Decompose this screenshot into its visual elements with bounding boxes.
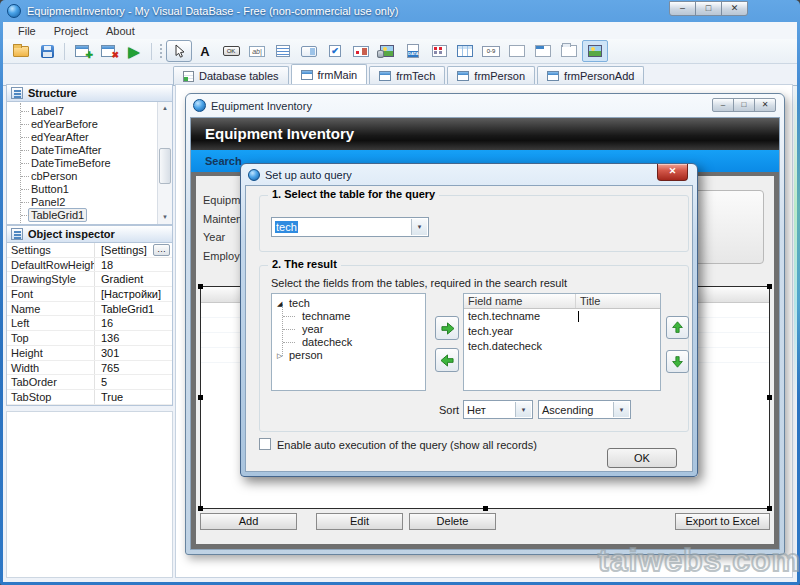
property-row[interactable]: Font[Настройки] [7, 287, 172, 302]
property-row[interactable]: DrawingStyleGradient [7, 272, 172, 287]
panel-tool-button[interactable] [504, 40, 530, 62]
db-image-tool-button[interactable] [374, 40, 400, 62]
settings-ellipsis-button[interactable]: … [153, 244, 170, 256]
property-row[interactable]: Settings [Settings] … [7, 243, 172, 258]
move-left-button[interactable] [435, 348, 459, 372]
move-right-button[interactable] [435, 316, 459, 340]
form-close-button[interactable]: ✕ [754, 98, 776, 112]
page-control-tool-button[interactable] [556, 40, 582, 62]
menu-item-project[interactable]: Project [45, 25, 97, 37]
selection-handle[interactable] [767, 284, 772, 289]
move-down-button[interactable] [666, 350, 689, 373]
form-tab-icon [547, 71, 559, 81]
property-row[interactable]: TabOrder5 [7, 375, 172, 390]
tree-item[interactable]: Button1 [7, 183, 172, 196]
tree-node-datecheck[interactable]: datecheck [272, 336, 425, 349]
title-cell[interactable] [576, 324, 660, 339]
tree-item[interactable]: DateTimeBefore [7, 157, 172, 170]
chevron-down-icon[interactable]: ▾ [515, 402, 531, 417]
menu-item-about[interactable]: About [97, 25, 144, 37]
form-restore-button[interactable]: □ [733, 98, 755, 112]
delete-form-button[interactable]: ✖ [95, 40, 121, 62]
ok-button[interactable]: OK [607, 448, 677, 468]
sort-order-combobox[interactable]: Ascending ▾ [538, 400, 631, 419]
field-row[interactable]: tech.techname [464, 309, 660, 324]
field-row[interactable]: tech.year [464, 324, 660, 339]
property-row[interactable]: Top136 [7, 331, 172, 346]
tree-item[interactable]: Label7 [7, 105, 172, 118]
tab-frmmain[interactable]: frmMain [291, 64, 368, 86]
report-tool-button[interactable]: DATA [400, 40, 426, 62]
dialog-close-button[interactable]: ✕ [657, 164, 688, 181]
selection-handle[interactable] [483, 506, 488, 511]
field-row[interactable]: tech.datecheck [464, 339, 660, 354]
maximize-button[interactable]: □ [695, 1, 722, 16]
checkbox-tool-button[interactable]: ✔ [322, 40, 348, 62]
tree-item-selected[interactable]: TableGrid1 [7, 209, 172, 222]
tree-node-person[interactable]: ▷ person [272, 349, 425, 362]
button-tool-button[interactable]: OK [218, 40, 244, 62]
tab-frmpersonadd[interactable]: frmPersonAdd [537, 66, 644, 85]
auto-exec-checkbox[interactable] [259, 438, 271, 450]
new-form-button[interactable]: ✚ [69, 40, 95, 62]
run-button[interactable]: ▶ [121, 40, 147, 62]
menu-item-file[interactable]: File [9, 25, 45, 37]
label-tool-button[interactable]: A [192, 40, 218, 62]
selection-handle[interactable] [198, 284, 203, 289]
tree-item[interactable]: Button2 [7, 222, 172, 225]
title-cell[interactable] [576, 309, 660, 324]
property-row[interactable]: NameTableGrid1 [7, 302, 172, 317]
selection-handle[interactable] [767, 395, 772, 400]
table-grid-tool-button[interactable] [452, 40, 478, 62]
calendar-tool-button[interactable] [426, 40, 452, 62]
add-button[interactable]: Add [200, 513, 297, 530]
scroll-up-button[interactable]: ▲ [158, 102, 172, 115]
datepicker-tool-button[interactable] [348, 40, 374, 62]
scroll-down-button[interactable]: ▼ [158, 211, 172, 224]
memo-tool-button[interactable] [270, 40, 296, 62]
tree-node-tech[interactable]: ◢ tech [272, 297, 425, 310]
counter-tool-button[interactable]: 0-9 [478, 40, 504, 62]
selection-handle[interactable] [767, 506, 772, 511]
property-row[interactable]: Height301 [7, 346, 172, 361]
tab-frmperson[interactable]: frmPerson [447, 66, 535, 85]
textbox-tool-button[interactable]: ab| [244, 40, 270, 62]
minimize-button[interactable]: – [669, 1, 696, 16]
combobox-tool-button[interactable] [296, 40, 322, 62]
sort-field-combobox[interactable]: Нет ▾ [463, 400, 533, 419]
tree-item[interactable]: DateTimeAfter [7, 144, 172, 157]
open-project-button[interactable] [8, 40, 34, 62]
tree-item[interactable]: edYearBefore [7, 118, 172, 131]
save-button[interactable] [34, 40, 60, 62]
tab-database-tables[interactable]: Database tables [173, 66, 289, 85]
table-select-combobox[interactable]: tech ▾ [271, 217, 429, 237]
tab-frmtech[interactable]: frmTech [369, 66, 445, 85]
tree-collapsed-icon[interactable]: ▷ [277, 349, 282, 362]
form-minimize-button[interactable]: – [712, 98, 734, 112]
selection-handle[interactable] [198, 506, 203, 511]
edit-button[interactable]: Edit [316, 513, 403, 530]
toolbar-grip[interactable] [159, 43, 163, 59]
tree-item[interactable]: edYearAfter [7, 131, 172, 144]
property-row[interactable]: DefaultRowHeight18 [7, 258, 172, 273]
delete-button[interactable]: Delete [409, 513, 496, 530]
tree-node-techname[interactable]: techname [272, 310, 425, 323]
select-cursor-button[interactable] [166, 40, 192, 62]
header-panel-tool-button[interactable] [530, 40, 556, 62]
property-row[interactable]: Width765 [7, 361, 172, 376]
tree-expanded-icon[interactable]: ◢ [277, 297, 282, 310]
property-row[interactable]: TabStopTrue [7, 390, 172, 405]
property-row[interactable]: Left16 [7, 316, 172, 331]
chevron-down-icon[interactable]: ▾ [411, 219, 427, 235]
tree-item[interactable]: cbPerson [7, 170, 172, 183]
close-button[interactable]: ✕ [721, 1, 748, 16]
tree-node-year[interactable]: year [272, 323, 425, 336]
export-to-excel-button[interactable]: Export to Excel [675, 513, 770, 530]
scroll-thumb[interactable] [159, 148, 171, 184]
selection-handle[interactable] [198, 395, 203, 400]
structure-scrollbar[interactable]: ▲ ▼ [157, 102, 172, 224]
image-tool-button[interactable] [582, 40, 608, 62]
title-cell[interactable] [576, 339, 660, 354]
move-up-button[interactable] [666, 316, 689, 339]
chevron-down-icon[interactable]: ▾ [613, 402, 629, 417]
